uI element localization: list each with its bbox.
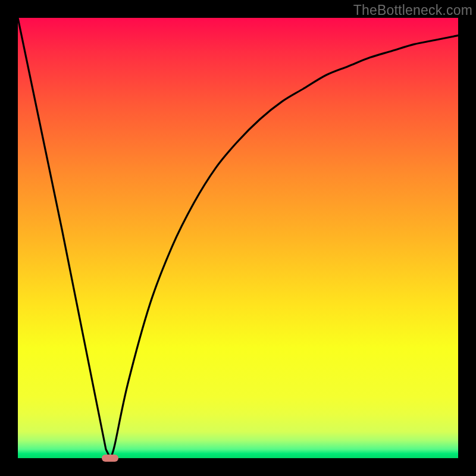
bottleneck-curve bbox=[18, 18, 458, 458]
curve-path bbox=[18, 18, 458, 458]
optimal-point-marker bbox=[102, 455, 118, 462]
plot-area bbox=[18, 18, 458, 458]
watermark-text: TheBottleneck.com bbox=[353, 2, 472, 18]
chart-frame: TheBottleneck.com bbox=[0, 0, 476, 476]
